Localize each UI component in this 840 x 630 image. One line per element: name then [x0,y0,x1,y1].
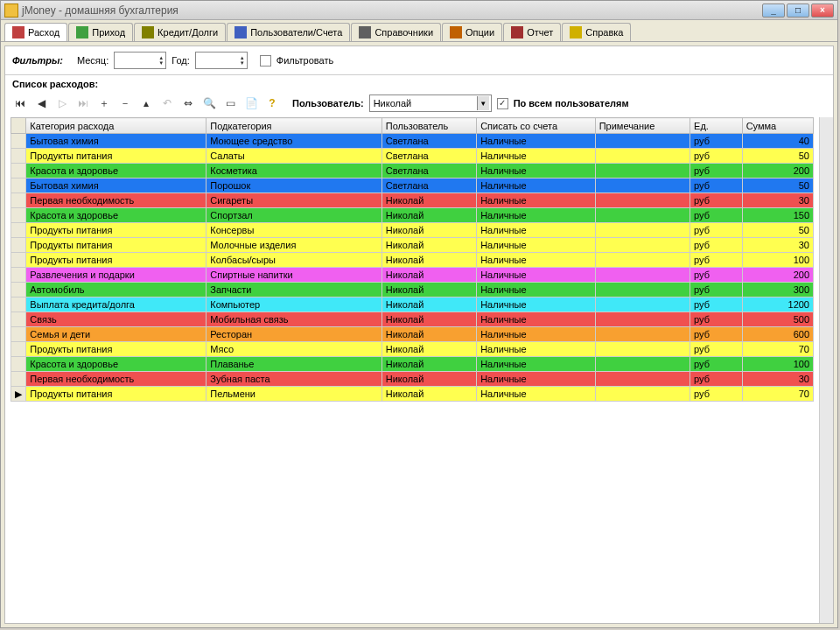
cell[interactable]: Николай [382,298,476,312]
table-row[interactable]: Красота и здоровьеПлаваньеНиколайНаличны… [11,357,814,372]
tab-5[interactable]: Опции [442,23,502,41]
filter-checkbox[interactable] [260,55,271,66]
cell[interactable]: Наличные [477,178,595,193]
cell[interactable]: Наличные [477,134,595,149]
nav-prev-icon[interactable]: ◀ [33,95,49,111]
cell[interactable]: Наличные [477,208,595,223]
nav-next-icon[interactable]: ▷ [54,95,70,111]
cell[interactable]: Наличные [477,342,595,357]
cell[interactable]: Николай [382,357,476,372]
cell[interactable]: Николай [382,387,476,402]
cell[interactable]: Семья и дети [26,327,206,342]
cell[interactable]: Продукты питания [26,223,206,238]
cell[interactable]: Наличные [477,283,595,298]
table-row[interactable]: СвязьМобильная связьНиколайНаличныеруб50… [11,312,814,327]
cell[interactable]: 300 [742,283,813,298]
cell[interactable]: Сигареты [206,193,382,208]
table-row[interactable]: Продукты питанияМолочные изделияНиколайН… [11,238,814,253]
cell[interactable]: Бытовая химия [26,178,206,193]
cell[interactable]: 50 [742,223,813,238]
cell[interactable]: Спиртные напитки [206,268,382,283]
cell[interactable]: Плаванье [206,357,382,372]
table-row[interactable]: Продукты питанияСалатыСветланаНаличныеру… [11,149,814,164]
cell[interactable]: Спортзал [206,208,382,223]
cell[interactable]: Первая необходимость [26,193,206,208]
cell[interactable]: Николай [382,283,476,298]
cell[interactable]: Николай [382,342,476,357]
cell[interactable]: руб [690,283,743,298]
cell[interactable]: 30 [742,238,813,253]
cell[interactable]: Развлечения и подарки [26,268,206,283]
cell[interactable]: руб [690,268,743,283]
copy-icon[interactable]: 📄 [243,95,259,111]
cell[interactable]: Молочные изделия [206,238,382,253]
column-header[interactable]: Ед. [690,118,743,134]
cell[interactable]: руб [690,178,743,193]
table-row[interactable]: Красота и здоровьеСпортзалНиколайНаличны… [11,208,814,223]
cell[interactable]: 1200 [742,298,813,312]
cell[interactable]: Красота и здоровье [26,357,206,372]
cell[interactable] [595,357,690,372]
cell[interactable]: руб [690,357,743,372]
cell[interactable]: 70 [742,342,813,357]
cell[interactable]: 200 [742,164,813,178]
cell[interactable]: Светлана [382,164,476,178]
cell[interactable]: руб [690,312,743,327]
cell[interactable]: Продукты питания [26,253,206,268]
cell[interactable]: Моющее средство [206,134,382,149]
cell[interactable] [595,312,690,327]
cell[interactable] [595,372,690,387]
cell[interactable]: Ресторан [206,327,382,342]
cell[interactable]: Николай [382,223,476,238]
table-row[interactable]: Красота и здоровьеКосметикаСветланаНалич… [11,164,814,178]
cell[interactable] [595,208,690,223]
cell[interactable]: руб [690,134,743,149]
table-row[interactable]: Продукты питанияКолбасы/сырыНиколайНалич… [11,253,814,268]
search-icon[interactable]: 🔍 [201,95,217,111]
cell[interactable]: руб [690,327,743,342]
cell[interactable]: Наличные [477,238,595,253]
cell[interactable]: Николай [382,208,476,223]
cell[interactable] [595,193,690,208]
cell[interactable]: Бытовая химия [26,134,206,149]
add-icon[interactable]: ＋ [96,95,112,111]
cell[interactable]: Продукты питания [26,342,206,357]
cell[interactable]: руб [690,253,743,268]
spinner-buttons[interactable]: ▲▼ [240,55,245,66]
column-header[interactable]: Примечание [595,118,690,134]
cell[interactable]: Николай [382,238,476,253]
cell[interactable]: Продукты питания [26,238,206,253]
cell[interactable]: Красота и здоровье [26,164,206,178]
cell[interactable]: Наличные [477,193,595,208]
column-header[interactable]: Подкатегория [206,118,382,134]
cell[interactable]: Первая необходимость [26,372,206,387]
cell[interactable]: Николай [382,253,476,268]
cell[interactable]: Светлана [382,149,476,164]
cell[interactable]: Наличные [477,357,595,372]
cell[interactable]: 100 [742,357,813,372]
cell[interactable]: руб [690,164,743,178]
cell[interactable]: 50 [742,178,813,193]
cell[interactable] [595,327,690,342]
tab-2[interactable]: Кредит/Долги [134,23,226,41]
minimize-button[interactable]: _ [762,4,785,18]
cell[interactable]: Николай [382,327,476,342]
year-spinner[interactable]: ▲▼ [195,52,248,69]
cell[interactable]: Наличные [477,387,595,402]
column-header[interactable]: Пользователь [382,118,476,134]
maximize-button[interactable]: □ [787,4,809,18]
user-combo[interactable]: Николай ▼ [369,94,492,112]
cell[interactable]: руб [690,238,743,253]
tab-0[interactable]: Расход [4,23,67,41]
cell[interactable] [595,164,690,178]
tab-6[interactable]: Отчет [503,23,561,41]
cell[interactable]: 100 [742,253,813,268]
cell[interactable]: 30 [742,193,813,208]
cell[interactable]: 200 [742,268,813,283]
cell[interactable]: 70 [742,387,813,402]
cell[interactable]: руб [690,193,743,208]
tab-3[interactable]: Пользователи/Счета [227,23,350,41]
cell[interactable] [595,223,690,238]
month-spinner[interactable]: ▲▼ [114,52,166,69]
chevron-down-icon[interactable]: ▼ [477,96,489,110]
